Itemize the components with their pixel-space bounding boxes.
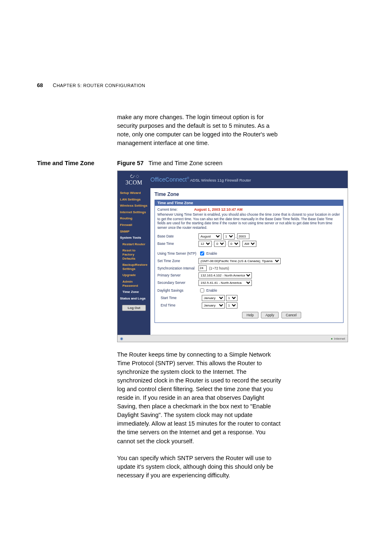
secondary-label: Secondary Server — [157, 281, 198, 285]
base-date-label: Base Date — [157, 234, 198, 238]
figure-title: Time and Time Zone screen — [148, 160, 222, 166]
page-header: 68 CHAPTER 5: ROUTER CONFIGURATION — [37, 82, 281, 88]
end-day-select[interactable]: 1 — [226, 302, 238, 309]
sidebar-item-restart[interactable]: Restart Router — [118, 241, 150, 248]
product-name: OfficeConnect® — [150, 176, 189, 183]
base-day-select[interactable]: 1 — [223, 233, 235, 240]
daylight-label: Daylight Savings — [157, 288, 198, 292]
panel-description: Whenever Using Time Server is enabled, y… — [157, 212, 341, 230]
status-zone: ●Internet — [331, 337, 345, 341]
apply-button[interactable]: Apply — [261, 312, 279, 318]
top-bar: ౿◌ 3COM OfficeConnect® ADSL Wireless 11g… — [118, 171, 348, 188]
base-month-select[interactable]: August — [198, 233, 221, 240]
globe-icon: ● — [331, 337, 333, 341]
done-icon: ◉ — [120, 336, 123, 341]
panel-head: Time and Time Zone — [155, 200, 343, 206]
base-time-label: Base Time — [157, 242, 198, 246]
logo-icon: ౿◌ — [118, 173, 150, 180]
end-time-label: End Time — [157, 303, 202, 307]
section-heading: Time and Time Zone — [37, 160, 117, 166]
body-paragraph-1: The Router keeps time by connecting to a… — [117, 350, 281, 445]
sidebar-item-admin-password[interactable]: Admin Password — [118, 279, 150, 289]
intro-paragraph: make any more changes. The login timeout… — [117, 113, 281, 147]
ntp-enable-text: Enable — [206, 251, 217, 256]
sync-label: Synchronization Interval — [157, 266, 198, 270]
browser-status-bar: ◉ ●Internet — [118, 335, 348, 342]
start-month-select[interactable]: January — [202, 295, 225, 301]
logout-button[interactable]: Log Out — [122, 305, 146, 311]
cancel-button[interactable]: Cancel — [281, 312, 301, 318]
figure-caption: Figure 57 Time and Time Zone screen — [117, 160, 222, 166]
sidebar-item-routing[interactable]: Routing — [118, 215, 150, 222]
primary-label: Primary Server — [157, 273, 198, 277]
end-month-select[interactable]: January — [202, 302, 225, 309]
sidebar: Setup Wizard LAN Settings Wireless Setti… — [118, 188, 150, 335]
sidebar-item-lan-settings[interactable]: LAN Settings — [118, 196, 150, 203]
help-button[interactable]: Help — [242, 312, 258, 318]
sidebar-item-backup-restore[interactable]: Backup/Restore Settings — [118, 262, 150, 272]
current-time-label: Current time: — [157, 207, 178, 212]
sidebar-item-setup-wizard[interactable]: Setup Wizard — [118, 190, 150, 196]
sidebar-item-firewall[interactable]: Firewall — [118, 222, 150, 228]
page-number: 68 — [37, 82, 43, 88]
sidebar-item-snmp[interactable]: SNMP — [118, 228, 150, 235]
secondary-server-select[interactable]: 192.5.41.41 - North America — [198, 280, 252, 286]
chapter-label: CHAPTER 5: ROUTER CONFIGURATION — [53, 83, 145, 88]
figure-label: Figure 57 — [117, 160, 143, 166]
sidebar-item-wireless[interactable]: Wireless Settings — [118, 203, 150, 209]
timezone-select[interactable]: (GMT-08:00)Pacific Time (US & Canada); T… — [198, 258, 281, 264]
set-tz-label: Set Time Zone — [157, 259, 198, 263]
base-ampm-select[interactable]: AM — [242, 241, 256, 247]
panel-title: Time Zone — [154, 191, 344, 197]
sidebar-item-status-logs[interactable]: Status and Logs — [118, 295, 150, 302]
base-sec-select[interactable]: 0 — [228, 241, 240, 247]
router-admin-screenshot: ౿◌ 3COM OfficeConnect® ADSL Wireless 11g… — [117, 170, 348, 342]
base-min-select[interactable]: 0 — [214, 241, 226, 247]
start-time-label: Start Time — [157, 296, 202, 300]
sidebar-item-factory-reset[interactable]: Reset to Factory Defaults — [118, 247, 150, 262]
ntp-label: Using Time Server (NTP) — [157, 251, 198, 256]
base-hour-select[interactable]: 12 — [198, 241, 212, 247]
daylight-enable-checkbox[interactable] — [200, 288, 204, 292]
content-area: Time Zone Time and Time Zone Current tim… — [150, 188, 348, 335]
current-time-value: August 1, 2003 12:10:47 AM — [194, 207, 242, 212]
sidebar-item-upgrade[interactable]: Upgrade — [118, 272, 150, 279]
sidebar-item-time-zone[interactable]: Time Zone — [118, 289, 150, 295]
body-paragraph-2: You can specify which SNTP servers the R… — [117, 454, 281, 480]
product-subtitle: ADSL Wireless 11g Firewall Router — [189, 178, 251, 182]
primary-server-select[interactable]: 132.163.4.102 - North America — [198, 272, 252, 279]
brand-logo: ౿◌ 3COM — [118, 173, 150, 186]
sync-unit: (1~72 hours) — [209, 266, 229, 270]
time-zone-panel: Time and Time Zone Current time: August … — [154, 200, 344, 323]
sync-interval-input[interactable] — [198, 265, 207, 271]
ntp-enable-checkbox[interactable] — [200, 251, 204, 256]
base-year-input[interactable] — [237, 233, 249, 239]
sidebar-item-internet[interactable]: Internet Settings — [118, 209, 150, 216]
start-day-select[interactable]: 1 — [226, 295, 238, 301]
daylight-enable-text: Enable — [206, 288, 217, 292]
sidebar-item-system-tools[interactable]: System Tools — [118, 235, 150, 241]
